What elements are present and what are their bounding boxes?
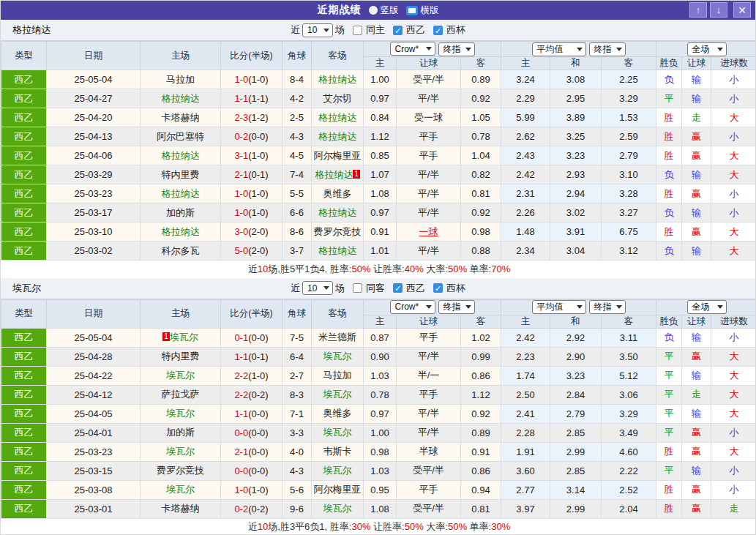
fulltime-score: 1-1 <box>234 93 248 104</box>
home-team-name: 加的斯 <box>166 207 195 218</box>
date-cell: 25-03-17 <box>47 203 141 222</box>
odds-stage-select[interactable]: 终指 <box>438 42 475 56</box>
handicap-result-cell: 输 <box>682 70 711 89</box>
odds-away-cell: 0.92 <box>461 89 501 108</box>
match-count-select[interactable]: 10 <box>302 23 333 37</box>
away-team-cell: 马拉加 <box>312 366 364 385</box>
halftime-score: (1-0) <box>248 370 268 381</box>
handicap-cell: 平手 <box>397 385 461 404</box>
same-venue-checkbox[interactable] <box>353 26 362 35</box>
sub-column-header: 进球数 <box>711 315 756 328</box>
home-team-name: 加的斯 <box>166 427 195 438</box>
result-cell: 平 <box>656 89 682 108</box>
goals-result-cell: 大 <box>711 442 756 461</box>
scope-select[interactable]: 全场 <box>687 42 727 56</box>
fulltime-score: 1-1 <box>234 408 248 419</box>
league-checkbox[interactable]: ✓ <box>393 26 403 35</box>
odds-stage-select-2-chevron-down-icon <box>616 48 622 51</box>
away-team-cell: 格拉纳达1 <box>312 165 364 184</box>
radio-vertical-label: 竖版 <box>381 4 399 17</box>
handicap-result-cell: 输 <box>682 203 711 222</box>
home-team-name: 格拉纳达 <box>162 93 200 104</box>
league-checkbox[interactable]: ✓ <box>393 283 403 293</box>
same-venue-label: 同客 <box>366 282 385 295</box>
summary-segment: 10 <box>258 263 268 274</box>
table-row: 西乙25-03-17加的斯1-0(1-0)6-6格拉纳达0.97平/半0.922… <box>1 203 756 222</box>
fulltime-score: 0-2 <box>234 504 248 515</box>
home-team-cell: 特内里费 <box>141 165 221 184</box>
sub-column-header: 主 <box>364 57 397 70</box>
avg-away-cell: 2.79 <box>602 146 656 165</box>
avg-draw-cell: 2.94 <box>550 184 602 203</box>
odds-home-cell: 0.97 <box>364 89 397 108</box>
odds-stage-select-2[interactable]: 终指 <box>589 42 626 56</box>
home-team-name: 马拉加 <box>166 74 195 85</box>
goals-result-cell: 大 <box>711 366 756 385</box>
halftime-score: (0-1) <box>248 351 268 362</box>
date-cell: 25-04-22 <box>47 366 141 385</box>
move-up-button[interactable]: ↑ <box>689 2 707 18</box>
move-down-button[interactable]: ↓ <box>710 2 727 18</box>
layout-radio-vertical[interactable]: 竖版 <box>369 4 399 17</box>
sub-column-header: 让球 <box>682 315 711 328</box>
avg-away-cell: 3.12 <box>602 242 656 261</box>
fulltime-score: 2-2 <box>234 370 248 381</box>
avg-away-cell: 5.12 <box>602 366 656 385</box>
table-row: 西乙25-04-20卡塔赫纳2-3(1-2)2-5格拉纳达0.84受一球1.05… <box>1 108 756 127</box>
score-cell: 2-2(1-0) <box>221 366 282 385</box>
corner-cell: 7-1 <box>282 404 312 423</box>
cup-checkbox[interactable]: ✓ <box>433 283 443 293</box>
table-row: 西乙25-04-27格拉纳达1-1(1-1)4-2艾尔切0.97平/半0.922… <box>1 89 756 108</box>
sub-column-header: 让球 <box>397 315 461 328</box>
fulltime-score: 2-1 <box>234 169 248 180</box>
table-row: 西乙25-03-23埃瓦尔2-1(0-0)4-0韦斯卡0.98半球0.911.9… <box>1 442 756 461</box>
sub-column-header: 客 <box>602 315 656 328</box>
odds-stage-select[interactable]: 终指 <box>438 300 475 314</box>
score-cell: 0-1(0-0) <box>221 328 282 347</box>
halftime-score: (0-0) <box>248 131 268 142</box>
score-cell: 0-2(0-0) <box>221 127 282 146</box>
close-button[interactable]: ✕ <box>733 2 751 18</box>
filter-prefix-label: 近 <box>291 282 300 295</box>
scope-select[interactable]: 全场 <box>687 300 727 314</box>
avg-home-cell: 1.74 <box>501 366 550 385</box>
handicap-result-cell: 走 <box>682 385 711 404</box>
type-cell: 西乙 <box>1 127 47 146</box>
average-select[interactable]: 平均值 <box>532 300 586 314</box>
type-cell: 西乙 <box>1 442 47 461</box>
cup-checkbox[interactable]: ✓ <box>433 26 443 35</box>
avg-away-cell: 3.11 <box>602 328 656 347</box>
column-header: 比分(半场) <box>221 299 282 328</box>
column-header: 主场 <box>141 299 221 328</box>
halftime-score: (0-0) <box>248 408 268 419</box>
bookmaker-select[interactable]: Crow* <box>390 300 435 314</box>
corner-cell: 4-2 <box>282 89 312 108</box>
type-cell: 西乙 <box>1 184 47 203</box>
average-select[interactable]: 平均值 <box>532 42 586 56</box>
red-card-badge: 1 <box>162 332 170 341</box>
summary-segment: 场,胜3平6负1, 胜率: <box>268 521 351 532</box>
home-team-cell: 埃瓦尔 <box>141 404 221 423</box>
radio-vertical-icon[interactable] <box>369 6 378 15</box>
radio-horizontal-icon[interactable] <box>406 6 418 15</box>
score-cell: 3-0(2-0) <box>221 222 282 242</box>
sub-column-header: 客 <box>461 315 501 328</box>
odds-stage-select-2[interactable]: 终指 <box>589 300 626 314</box>
bookmaker-select[interactable]: Crow* <box>390 42 435 56</box>
avg-draw-cell: 3.08 <box>550 70 602 89</box>
type-cell: 西乙 <box>1 328 47 347</box>
halftime-score: (0-0) <box>248 332 268 343</box>
odds-home-cell: 1.00 <box>364 423 397 442</box>
match-count-select[interactable]: 10 <box>302 281 333 295</box>
result-cell: 胜 <box>656 222 682 242</box>
scope-select-value: 全场 <box>692 301 710 313</box>
date-cell: 25-03-10 <box>47 222 141 242</box>
average-odds-group-header: 平均值终指 <box>501 299 656 315</box>
layout-radio-horizontal[interactable]: 横版 <box>406 4 439 17</box>
home-team-cell: 特内里费 <box>141 347 221 366</box>
goals-result-cell: 大 <box>711 404 756 423</box>
summary-segment: 40% <box>405 263 424 274</box>
type-cell: 西乙 <box>1 146 47 165</box>
halftime-score: (1-1) <box>248 93 268 104</box>
same-venue-checkbox[interactable] <box>353 283 362 293</box>
